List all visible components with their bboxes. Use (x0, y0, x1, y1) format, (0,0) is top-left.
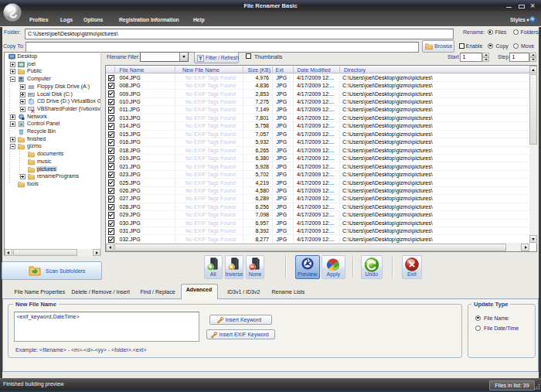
svg-text:?: ? (531, 16, 534, 22)
